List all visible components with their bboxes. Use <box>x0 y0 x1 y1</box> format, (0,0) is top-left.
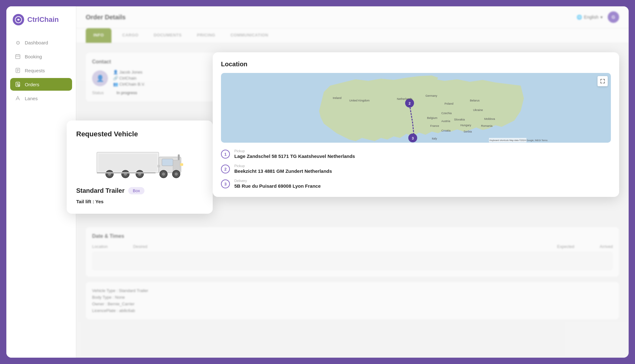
sidebar-item-label: Dashboard <box>25 40 48 45</box>
vehicle-card-title: Requested Vehicle <box>76 130 203 138</box>
map-container: 2 3 Ireland United Kingdom Netherlands G… <box>221 73 611 143</box>
language-selector[interactable]: 🌐 English ▾ <box>577 15 603 20</box>
location-card-title: Location <box>221 61 611 68</box>
sidebar-item-requests[interactable]: Requests <box>10 64 72 77</box>
stop-2-type: Pickup <box>234 164 332 168</box>
svg-text:Belarus: Belarus <box>470 99 480 102</box>
svg-text:Croatia: Croatia <box>441 129 451 132</box>
location-stops: 1 Pickup Lage Zandschel 58 5171 TG Kaats… <box>221 149 611 189</box>
map-expand-button[interactable] <box>598 76 608 86</box>
stop-2: 2 Pickup Beekzicht 13 4881 GM Zundert Ne… <box>221 164 611 174</box>
sidebar-item-label: Requests <box>25 68 45 73</box>
vehicle-name: Standard Trailer <box>76 187 124 194</box>
logo-icon <box>13 14 24 25</box>
tab-pricing[interactable]: PRICING <box>189 28 223 43</box>
contact-details: 👤 Jacob Jones 🔗 CtrlChain 👥 CtrlChain B.… <box>113 70 145 87</box>
svg-rect-23 <box>97 172 156 173</box>
svg-text:Ireland: Ireland <box>333 96 342 100</box>
stop-3: 3 Delivery 5B Rue du Puisard 69008 Lyon … <box>221 179 611 189</box>
svg-rect-10 <box>157 165 160 167</box>
language-label: English <box>584 15 598 20</box>
truck-illustration <box>76 146 203 181</box>
status-value: In progress <box>117 90 137 95</box>
stop-1-type: Pickup <box>234 149 355 153</box>
sidebar-item-label: Orders <box>25 82 39 87</box>
svg-rect-22 <box>180 163 183 166</box>
svg-rect-6 <box>98 154 157 171</box>
flag-icon: 🌐 <box>577 15 582 20</box>
svg-rect-1 <box>16 55 20 59</box>
stop-3-address: 5B Rue du Puisard 69008 Lyon France <box>234 183 321 189</box>
svg-point-18 <box>162 172 165 176</box>
tab-cargo[interactable]: CARGO <box>115 28 146 43</box>
svg-text:Hungary: Hungary <box>460 124 471 127</box>
stop-3-info: Delivery 5B Rue du Puisard 69008 Lyon Fr… <box>234 179 321 189</box>
stop-3-type: Delivery <box>234 179 321 183</box>
svg-text:Czechia: Czechia <box>441 112 452 115</box>
stop-1-address: Lage Zandschel 58 5171 TG Kaatsheuvel Ne… <box>234 153 355 159</box>
chevron-down-icon: ▾ <box>600 15 603 20</box>
vehicle-name-row: Standard Trailer Box <box>76 187 203 194</box>
tabs-bar: INFO CARGO DOCUMENTS PRICING COMMUNICATI… <box>76 28 629 43</box>
svg-text:Italy: Italy <box>432 137 437 140</box>
svg-text:United Kingdom: United Kingdom <box>349 99 370 102</box>
sidebar-item-orders[interactable]: Orders <box>10 78 72 91</box>
svg-text:Serbia: Serbia <box>464 130 472 133</box>
stop-1: 1 Pickup Lage Zandschel 58 5171 TG Kaats… <box>221 149 611 159</box>
stop-2-number: 2 <box>221 165 230 173</box>
contact-role: 👥 CtrlChain B.V. <box>113 82 145 87</box>
page-title: Order Details <box>86 14 126 21</box>
contact-company: 🔗 CtrlChain <box>113 76 145 81</box>
booking-icon <box>15 53 21 60</box>
svg-text:Moldova: Moldova <box>484 117 495 120</box>
logo-text: CtrlChain <box>27 16 59 24</box>
stop-1-number: 1 <box>221 150 230 159</box>
svg-text:Ukraine: Ukraine <box>473 108 483 112</box>
svg-text:Poland: Poland <box>444 102 453 105</box>
contact-avatar: 👤 <box>92 70 108 86</box>
svg-text:2: 2 <box>409 101 411 105</box>
stop-2-info: Pickup Beekzicht 13 4881 GM Zundert Neth… <box>234 164 332 174</box>
svg-text:Austria: Austria <box>441 120 450 123</box>
svg-text:Keyboard shortcuts  Map data ©: Keyboard shortcuts Map data ©2024 Google… <box>490 139 548 142</box>
bottom-info-section: Vehicle Type : Standard Trailer Body Typ… <box>86 282 619 319</box>
svg-rect-21 <box>178 154 180 160</box>
vehicle-type-badge: Box <box>128 187 144 194</box>
sidebar-item-label: Booking <box>25 54 42 59</box>
svg-text:France: France <box>430 124 439 127</box>
vehicle-card: Requested Vehicle <box>67 120 213 214</box>
vehicle-tail-lift: Tail lift : Yes <box>76 199 203 204</box>
sidebar-item-booking[interactable]: Booking <box>10 50 72 63</box>
orders-icon <box>15 81 21 88</box>
stop-3-number: 3 <box>221 179 230 188</box>
dashboard-icon: ⊙ <box>15 39 21 46</box>
lanes-icon <box>15 95 21 101</box>
tab-communication[interactable]: COMMUNICATION <box>223 28 276 43</box>
svg-text:Romania: Romania <box>481 124 492 127</box>
tab-documents[interactable]: DOCUMENTS <box>146 28 189 43</box>
sidebar-nav: ⊙ Dashboard Booking <box>6 33 76 108</box>
tab-info[interactable]: INFO <box>86 28 111 43</box>
svg-text:Slovakia: Slovakia <box>454 118 465 121</box>
user-avatar[interactable]: G <box>608 11 619 23</box>
svg-rect-8 <box>162 159 173 166</box>
contact-name: 👤 Jacob Jones <box>113 70 145 75</box>
dates-section: Date & Times Location Desired Expected A… <box>86 227 619 277</box>
stop-2-address: Beekzicht 13 4881 GM Zundert Netherlands <box>234 168 332 174</box>
main-header: Order Details 🌐 English ▾ G <box>76 6 629 28</box>
sidebar-item-lanes[interactable]: Lanes <box>10 92 72 105</box>
dates-title: Date & Times <box>92 233 613 239</box>
sidebar: CtrlChain ⊙ Dashboard Booking <box>6 6 76 358</box>
sidebar-item-dashboard[interactable]: ⊙ Dashboard <box>10 36 72 49</box>
svg-text:3: 3 <box>412 136 414 140</box>
svg-text:Germany: Germany <box>425 94 438 97</box>
requests-icon <box>15 67 21 74</box>
header-right: 🌐 English ▾ G <box>577 11 619 23</box>
stop-1-info: Pickup Lage Zandschel 58 5171 TG Kaatshe… <box>234 149 355 159</box>
svg-text:Netherlands: Netherlands <box>397 97 412 101</box>
location-card: Location 2 <box>213 52 619 197</box>
svg-text:Belgium: Belgium <box>427 116 438 120</box>
app-logo: CtrlChain <box>6 6 76 33</box>
status-label: Status <box>92 90 104 95</box>
sidebar-item-label: Lanes <box>25 96 38 101</box>
